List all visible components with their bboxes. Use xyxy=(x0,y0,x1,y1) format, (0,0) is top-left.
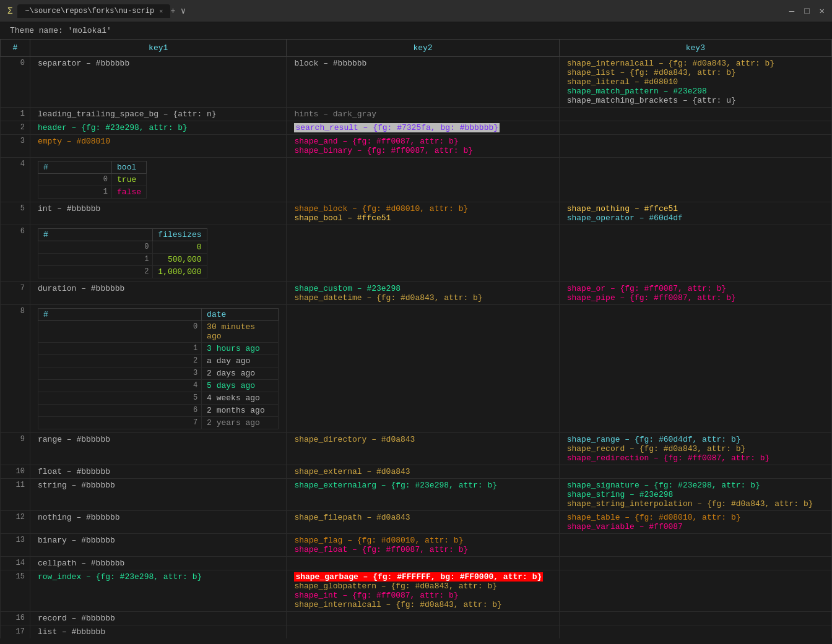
inner-row-index: 3 xyxy=(38,367,202,380)
inner-date-value: 5 days ago xyxy=(202,380,279,392)
row-col3 xyxy=(559,465,831,479)
row-index: 16 xyxy=(1,612,30,625)
inner-date-table: # date 0 30 minutes ago 1 3 hours xyxy=(38,308,279,429)
inner-row-index: 0 xyxy=(38,174,112,186)
inner-filesize-value: 0 xyxy=(153,241,207,254)
row-col3: shape_table – {fg: #d08010, attr: b} sha… xyxy=(559,511,831,534)
row-col2 xyxy=(287,225,559,282)
row-index: 11 xyxy=(1,479,30,511)
row-col1: int – #bbbbbb xyxy=(30,202,287,225)
row-col1: # date 0 30 minutes ago 1 3 hours xyxy=(30,305,287,433)
row-col2 xyxy=(287,158,559,202)
terminal-icon: Σ xyxy=(7,6,12,16)
row-col3 xyxy=(559,158,831,202)
row-index: 7 xyxy=(1,282,30,305)
inner-col-index: # xyxy=(38,229,153,241)
row-col1: # bool 0 true 1 false xyxy=(30,158,287,202)
row-col3 xyxy=(559,534,831,557)
row-col3 xyxy=(559,135,831,158)
row-col2 xyxy=(287,305,559,433)
theme-name-line: Theme name: 'molokai' xyxy=(0,22,832,39)
row-col1: header – {fg: #23e298, attr: b} xyxy=(30,121,287,135)
row-index: 12 xyxy=(1,511,30,534)
inner-row-index: 4 xyxy=(38,380,202,392)
col-header-key1: key1 xyxy=(30,40,287,57)
new-tab-button[interactable]: + xyxy=(170,6,175,16)
table-row: 1 leading_trailing_space_bg – {attr: n} … xyxy=(1,108,832,121)
row-index: 6 xyxy=(1,225,30,282)
minimize-button[interactable]: — xyxy=(789,7,794,15)
terminal-tab[interactable]: ~\source\repos\forks\nu-scrip ✕ xyxy=(17,4,170,18)
row-col2: shape_block – {fg: #d08010, attr: b} sha… xyxy=(287,202,559,225)
row-col3 xyxy=(559,108,831,121)
table-row: 15 row_index – {fg: #23e298, attr: b} sh… xyxy=(1,570,832,612)
table-row: 9 range – #bbbbbb shape_directory – #d0a… xyxy=(1,433,832,465)
row-col3 xyxy=(559,557,831,570)
row-col2: shape_garbage – {fg: #FFFFFF, bg: #FF000… xyxy=(287,570,559,612)
row-index: 3 xyxy=(1,135,30,158)
row-col1: row_index – {fg: #23e298, attr: b} xyxy=(30,570,287,612)
table-row: 5 int – #bbbbbb shape_block – {fg: #d080… xyxy=(1,202,832,225)
row-col2: shape_external – #d0a843 xyxy=(287,465,559,479)
inner-col-index: # xyxy=(38,161,112,174)
row-col3 xyxy=(559,121,831,135)
tab-close-button[interactable]: ✕ xyxy=(159,7,163,15)
inner-bool-table: # bool 0 true 1 false xyxy=(38,161,147,199)
inner-col-date: date xyxy=(202,309,279,321)
row-col1: nothing – #bbbbbb xyxy=(30,511,287,534)
row-index: 9 xyxy=(1,433,30,465)
tab-chevron-icon[interactable]: ∨ xyxy=(181,6,186,16)
inner-row-index: 1 xyxy=(38,343,202,355)
data-table: # key1 key2 key3 0 separator – #bbbbbb b… xyxy=(0,39,832,638)
row-index: 0 xyxy=(1,57,30,108)
row-col2: hints – dark_gray xyxy=(287,108,559,121)
row-col1: # filesizes 0 0 1 500,000 xyxy=(30,225,287,282)
row-col3 xyxy=(559,305,831,433)
row-col3: shape_signature – {fg: #23e298, attr: b}… xyxy=(559,479,831,511)
row-col1: list – #bbbbbb xyxy=(30,625,287,639)
row-col1: leading_trailing_space_bg – {attr: n} xyxy=(30,108,287,121)
table-row: 11 string – #bbbbbb shape_externalarg – … xyxy=(1,479,832,511)
inner-bool-value: true xyxy=(112,174,147,186)
row-index: 5 xyxy=(1,202,30,225)
inner-row-index: 2 xyxy=(38,355,202,367)
row-index: 15 xyxy=(1,570,30,612)
inner-row-index: 0 xyxy=(38,321,202,343)
row-col3 xyxy=(559,625,831,639)
main-table-container[interactable]: # key1 key2 key3 0 separator – #bbbbbb b… xyxy=(0,39,832,638)
row-col2 xyxy=(287,557,559,570)
row-col1: float – #bbbbbb xyxy=(30,465,287,479)
inner-row-index: 0 xyxy=(38,241,153,254)
inner-row-index: 1 xyxy=(38,254,153,266)
titlebar: Σ ~\source\repos\forks\nu-scrip ✕ + ∨ — … xyxy=(0,0,832,22)
tab-title: ~\source\repos\forks\nu-scrip xyxy=(25,7,154,15)
table-row: 4 # bool 0 true xyxy=(1,158,832,202)
row-col2 xyxy=(287,612,559,625)
inner-date-value: 2 days ago xyxy=(202,367,279,380)
row-col1: record – #bbbbbb xyxy=(30,612,287,625)
row-col1: empty – #d08010 xyxy=(30,135,287,158)
row-col1: cellpath – #bbbbbb xyxy=(30,557,287,570)
row-col2 xyxy=(287,625,559,639)
window-controls: — □ ✕ xyxy=(789,7,825,15)
inner-date-value: 3 hours ago xyxy=(202,343,279,355)
table-row: 2 header – {fg: #23e298, attr: b} search… xyxy=(1,121,832,135)
row-col2: shape_custom – #23e298 shape_datetime – … xyxy=(287,282,559,305)
row-col3: shape_nothing – #ffce51 shape_operator –… xyxy=(559,202,831,225)
row-col2: block – #bbbbbb xyxy=(287,57,559,108)
row-col2: shape_and – {fg: #ff0087, attr: b} shape… xyxy=(287,135,559,158)
row-col1: range – #bbbbbb xyxy=(30,433,287,465)
row-col2: search_result – {fg: #7325fa, bg: #bbbbb… xyxy=(287,121,559,135)
row-col3: shape_internalcall – {fg: #d0a843, attr:… xyxy=(559,57,831,108)
inner-date-value: 2 years ago xyxy=(202,417,279,429)
table-row: 3 empty – #d08010 shape_and – {fg: #ff00… xyxy=(1,135,832,158)
close-button[interactable]: ✕ xyxy=(820,7,825,15)
table-row: 10 float – #bbbbbb shape_external – #d0a… xyxy=(1,465,832,479)
row-col3 xyxy=(559,612,831,625)
inner-bool-value: false xyxy=(112,186,147,199)
maximize-button[interactable]: □ xyxy=(804,7,809,15)
row-index: 14 xyxy=(1,557,30,570)
row-index: 4 xyxy=(1,158,30,202)
row-col3 xyxy=(559,225,831,282)
row-index: 2 xyxy=(1,121,30,135)
